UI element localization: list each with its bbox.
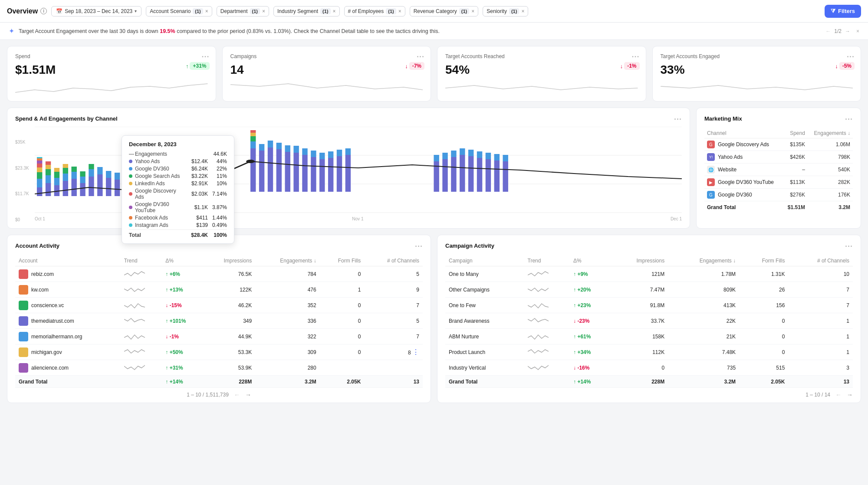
close-icon[interactable]: × [262,8,265,14]
svg-rect-77 [345,155,351,192]
date-range-picker[interactable]: 📅 Sep 18, 2023 – Dec 14, 2023 ▾ [51,6,141,16]
account-avatar [19,332,28,341]
calendar-icon: 📅 [56,8,62,14]
cell-form-fills: 0 [739,344,788,360]
filter-label: # of Employees [348,8,384,14]
tooltip-row-yahoo: Yahoo Ads $12.4K 44% [129,158,227,164]
filter-chip-department[interactable]: Department (1) × [217,6,269,16]
filter-chip-revenue-category[interactable]: Revenue Category (1) × [410,6,479,16]
cell-delta: ↑ +13% [162,282,203,298]
next-alert-arrow[interactable]: → [845,28,850,34]
y-label: $11.7K [15,191,29,196]
cell-trend [524,266,570,282]
svg-rect-91 [486,159,491,192]
svg-rect-65 [293,153,299,192]
prev-page-arrow[interactable]: ← [234,391,240,398]
campaign-activity-more[interactable]: ··· [845,242,853,251]
prev-alert-arrow[interactable]: ← [825,28,831,34]
cell-delta: ↑ +9% [570,266,610,282]
account-table-row: conscience.vc ↓ -15% 46.2K 352 0 7 [15,298,423,313]
mix-row: ▶Google DV360 YouTube $113K 282K [704,176,853,189]
close-icon[interactable]: × [471,8,474,14]
gdiscovery-dot [129,192,132,196]
svg-rect-67 [302,155,307,192]
kpi-value-spend: $1.51M [15,63,208,77]
next-page-arrow[interactable]: → [847,391,853,398]
row-action-dots[interactable]: ⋮ [412,348,419,356]
chart-tooltip: December 8, 2023 — Engagements 44.6K Yah… [122,135,234,244]
spend-chart-more[interactable]: ··· [674,115,682,124]
cell-engagements: 352 [255,298,320,313]
alert-bar: ✦ Target Account Engagement over the las… [0,23,868,40]
cell-impressions: 349 [203,313,256,329]
svg-rect-83 [451,157,456,192]
prev-page-arrow[interactable]: ← [835,391,842,398]
filter-chip-seniority[interactable]: Seniority (1) × [483,6,528,16]
kpi-more-campaigns[interactable]: ··· [417,52,424,62]
svg-rect-85 [460,155,465,192]
svg-rect-70 [311,151,316,157]
account-cell: rebiz.com [19,269,117,279]
kpi-delta-target-engaged: ↓ -5% [835,62,855,70]
cell-impressions: 91.8M [610,298,668,313]
kpi-more-target-engaged[interactable]: ··· [847,52,855,62]
svg-rect-27 [71,167,76,172]
svg-rect-92 [486,153,491,159]
cell-campaign: Other Campaigns [445,282,524,298]
pagination-label: 1 – 10 / 1,511,739 [187,392,229,398]
filter-chip-account-scenario[interactable]: Account Scenario (1) × [146,6,212,16]
y-label: $23.3K [15,166,29,170]
cell-delta: ↑ +6% [162,266,203,282]
svg-rect-13 [46,175,51,183]
svg-rect-90 [477,151,482,158]
mix-spend: $135K [783,138,808,151]
close-icon[interactable]: × [333,8,336,14]
mix-eng: 176K [808,189,853,201]
main-content: Spend ··· $1.51M ↑ +31% Campaigns ··· 14… [0,40,868,409]
filter-chip-industry-segment[interactable]: Industry Segment (1) × [273,6,340,16]
svg-rect-37 [106,171,111,178]
mix-grand-total-row: Grand Total $1.51M 3.2M [704,201,853,213]
cell-channels: 5 [364,313,423,329]
close-icon[interactable]: × [398,8,401,14]
next-page-arrow[interactable]: → [245,391,251,398]
filter-funnel-icon: ⧩ [831,8,835,15]
col-form-fills: Form Fills [320,256,365,266]
campaign-table-row: Product Launch ↑ +34% 112K 7.48K 0 1 [445,344,853,360]
svg-rect-14 [46,169,51,175]
svg-rect-29 [80,177,85,183]
filters-button[interactable]: ⧩ Filters [825,5,861,18]
close-icon[interactable]: × [205,8,208,14]
svg-rect-84 [451,151,456,157]
marketing-mix-more[interactable]: ··· [845,115,853,124]
col-engagements[interactable]: Engagements ↓ [808,128,853,138]
filter-badge: (1) [250,8,260,14]
col-engagements[interactable]: Engagements ↓ [668,256,739,266]
filters-button-label: Filters [838,8,855,14]
svg-rect-63 [285,152,290,192]
account-cell: memorialhermann.org [19,332,117,341]
kpi-more-spend[interactable]: ··· [201,52,209,62]
svg-rect-31 [89,177,94,196]
kpi-more-target-reached[interactable]: ··· [631,52,639,62]
svg-rect-56 [250,130,256,133]
cell-channels: 1 [788,344,853,360]
account-activity-more[interactable]: ··· [415,242,423,251]
cell-campaign: ABM Nurture [445,329,524,344]
svg-rect-64 [285,145,290,152]
page-title-container: Overview i [7,7,47,15]
filter-chip-num-employees[interactable]: # of Employees (1) × [344,6,405,16]
close-alert-icon[interactable]: × [856,28,859,34]
channel-name: Website [718,167,736,173]
svg-rect-28 [80,183,85,196]
alert-text-before: Target Account Engagement over the last … [19,28,160,34]
info-icon[interactable]: i [40,8,47,14]
filter-badge: (1) [193,8,203,14]
kpi-title-campaigns: Campaigns [230,53,423,59]
svg-rect-21 [63,181,68,196]
cell-trend [121,282,162,298]
chevron-down-icon: ▾ [135,9,137,13]
close-icon[interactable]: × [521,8,524,14]
col-engagements[interactable]: Engagements ↓ [255,256,320,266]
mix-eng: 282K [808,176,853,189]
